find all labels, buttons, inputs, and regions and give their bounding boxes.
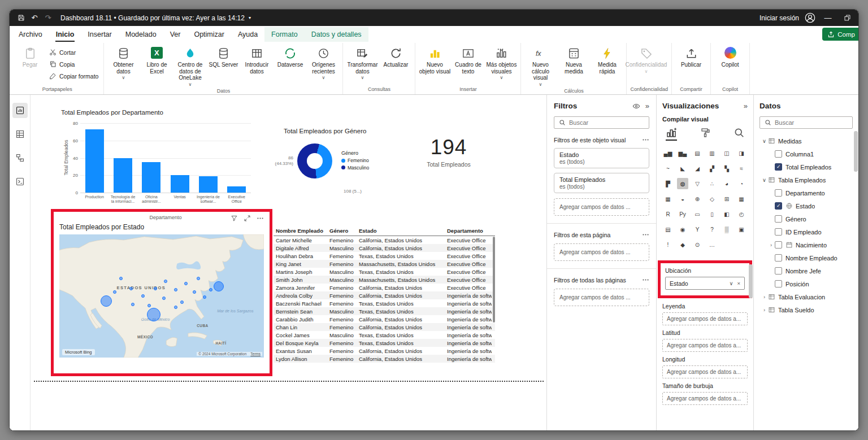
expander-icon[interactable]: ›	[767, 242, 775, 248]
libro-de-excel-button[interactable]: XLibro de Excel	[140, 46, 173, 76]
checkbox[interactable]	[775, 202, 782, 210]
ribbon-tab-insertar[interactable]: Insertar	[81, 27, 118, 42]
checkbox[interactable]	[775, 280, 782, 287]
copia-button[interactable]: Copia	[47, 59, 101, 69]
focus-mode-icon[interactable]	[244, 215, 251, 222]
table-row[interactable]: King JanetFemeninoMassachusetts, Estados…	[274, 260, 495, 268]
visual-type-more-visuals-icon[interactable]: …	[706, 239, 718, 250]
transformar-datos-button[interactable]: Transformar datos∨	[346, 46, 379, 81]
map-visual-highlighted[interactable]: Total Empleados por Estado ESTADOS UNIDO…	[51, 209, 272, 376]
map-bubble[interactable]	[154, 287, 157, 290]
remove-field-icon[interactable]: ×	[737, 280, 740, 286]
actualizar-button[interactable]: Actualizar	[379, 46, 412, 69]
visual-type-python-visual-icon[interactable]: Py	[677, 208, 688, 220]
legend-item-masculino[interactable]: Masculino	[341, 165, 369, 171]
column-header-departamento[interactable]: Departamento	[445, 226, 492, 236]
table-medidas[interactable]: ∨Medidas	[760, 134, 853, 147]
mas-objetos-visuales-button[interactable]: Más objetos visuales∨	[485, 46, 518, 81]
visual-type-line-chart-icon[interactable]: ~	[662, 163, 674, 174]
ribbon-tab-archivo[interactable]: Archivo	[12, 27, 49, 42]
visual-type-stacked-bar-chart-icon[interactable]: ▄▆	[662, 147, 674, 159]
well-placeholder[interactable]: Agregar campos de datos a...	[662, 392, 748, 405]
pegar-button[interactable]: Pegar	[14, 46, 46, 69]
build-visual-tab[interactable]	[666, 127, 677, 141]
map-bubble[interactable]	[174, 306, 177, 309]
field-nombre-empleado[interactable]: Nombre Empleado	[760, 251, 853, 264]
sign-in-link[interactable]: Iniciar sesión	[760, 14, 799, 22]
field-pill-estado[interactable]: Estado∨×	[665, 277, 745, 290]
nuevo-objeto-visual-button[interactable]: Nuevo objeto visual	[418, 46, 451, 76]
ribbon-tab-ayuda[interactable]: Ayuda	[231, 27, 264, 42]
table-row[interactable]: Baczenski RachaelFemeninoTexas, Estados …	[274, 299, 495, 307]
expander-icon[interactable]: ›	[761, 294, 768, 300]
model-view-button[interactable]	[12, 150, 28, 165]
checkbox[interactable]	[775, 254, 782, 262]
visual-type-clustered-bar-chart-icon[interactable]: ▤	[692, 147, 703, 159]
visual-type-area-chart-icon[interactable]: ◣	[677, 163, 688, 174]
visual-type-decomposition-tree-icon[interactable]: Y	[692, 224, 703, 235]
introducir-datos-button[interactable]: Introducir datos	[240, 46, 273, 76]
visual-type-q-and-a-icon[interactable]: ?	[706, 224, 718, 235]
nueva-medida-button[interactable]: Nueva medida	[557, 46, 590, 76]
filter-card-estado[interactable]: Estadoes (todos)	[554, 148, 649, 168]
publicar-button[interactable]: Publicar	[675, 46, 708, 69]
medida-rapida-button[interactable]: Medida rápida	[591, 46, 623, 76]
confidencialidad-button[interactable]: Confidencialidad∨	[630, 46, 662, 75]
field-columna1[interactable]: Columna1	[760, 147, 853, 160]
more-options-icon[interactable]	[642, 276, 649, 284]
visual-type-key-influencers-icon[interactable]: ◉	[677, 224, 688, 235]
column-header-nombre-empleado[interactable]: Nombre Empleado	[274, 226, 327, 236]
sql-server-button[interactable]: SQL Server	[207, 46, 240, 69]
checkbox[interactable]	[775, 267, 782, 275]
table-visual[interactable]: Nombre EmpleadoGéneroEstadoDepartamento …	[274, 226, 495, 369]
map-bubble[interactable]	[162, 297, 166, 300]
well-placeholder[interactable]: Agregar campos de datos a...	[662, 365, 748, 378]
visual-type-multi-row-card-icon[interactable]: ▯	[706, 208, 718, 220]
cuadro-de-texto-button[interactable]: Cuadro de texto	[452, 46, 484, 76]
visual-type-stacked-area-chart-icon[interactable]: ◢	[692, 163, 703, 174]
visual-type-line-clustered-column-chart-icon[interactable]: ▚	[721, 163, 732, 174]
visual-type-gauge-icon[interactable]: ◴	[736, 208, 747, 220]
more-options-icon[interactable]	[642, 231, 649, 238]
table-row[interactable]: Martins JosephMasculinoTexas, Estados Un…	[274, 268, 495, 276]
table-row[interactable]: Carabbio JudithFemeninoCalifornia, Estad…	[274, 315, 495, 323]
table-row[interactable]: Zamora JenniferFemeninoCalifornia, Estad…	[274, 284, 495, 291]
visual-type-matrix-icon[interactable]: ⊞	[721, 193, 732, 204]
map-canvas[interactable]: ESTADOS UNIDOS MÉXICO CUBA HAITÍ Golfo d…	[59, 234, 264, 358]
well-placeholder[interactable]: Agregar campos de datos a...	[662, 339, 748, 352]
table-scrollbar[interactable]	[493, 237, 495, 323]
field-nombre-jefe[interactable]: Nombre Jefe	[760, 264, 853, 277]
bar-ingenieria-de-softwar[interactable]	[199, 176, 218, 193]
copiar-formato-button[interactable]: Copiar formato	[47, 71, 101, 81]
add-data-fields-placeholder[interactable]: Agregar campos de datos ...	[554, 243, 649, 261]
filter-icon[interactable]	[231, 215, 238, 222]
field-genero[interactable]: Género	[760, 212, 853, 225]
visual-type-arcgis-map-icon[interactable]: ⊙	[692, 239, 703, 250]
report-view-button[interactable]	[12, 103, 28, 118]
visual-type-r-script-visual-icon[interactable]: R	[662, 208, 674, 220]
field-total-empleados[interactable]: Total Empleados	[760, 160, 853, 173]
collapse-visualizations-icon[interactable]: »	[744, 102, 748, 110]
map-bubble[interactable]	[214, 281, 224, 291]
add-data-fields-placeholder[interactable]: Agregar campos de datos ...	[554, 198, 649, 216]
cortar-button[interactable]: Cortar	[47, 47, 101, 57]
visual-type-stacked-column-chart-icon[interactable]: ▆▄	[677, 147, 688, 159]
expander-icon[interactable]: ∨	[761, 138, 768, 144]
visual-type-donut-chart-icon[interactable]: ◔	[736, 178, 747, 189]
checkbox[interactable]	[775, 163, 782, 171]
analytics-tab[interactable]	[734, 127, 745, 141]
more-options-icon[interactable]	[642, 136, 649, 143]
column-header-genero[interactable]: Género	[327, 226, 357, 236]
ribbon-tab-datos-y-detalles[interactable]: Datos y detalles	[305, 27, 368, 42]
ribbon-tab-modelado[interactable]: Modelado	[119, 27, 163, 42]
visual-type-paginated-report-icon[interactable]: ▣	[736, 224, 747, 235]
table-row[interactable]: Cockel JamesMasculinoTexas, Estados Unid…	[274, 331, 495, 339]
share-button[interactable]: Comp	[822, 28, 858, 41]
collapse-filters-icon[interactable]: »	[645, 102, 649, 110]
report-canvas[interactable]: Total Empleados por Departamento Total E…	[31, 95, 546, 431]
ribbon-tab-ver[interactable]: Ver	[163, 27, 188, 42]
table-row[interactable]: Carter MichelleFemeninoCalifornia, Estad…	[274, 236, 495, 244]
visual-type-waterfall-chart-icon[interactable]: ▛	[662, 178, 674, 189]
visual-type-100-stacked-bar-chart-icon[interactable]: ◫	[721, 147, 732, 159]
table-view-button[interactable]	[12, 127, 28, 142]
